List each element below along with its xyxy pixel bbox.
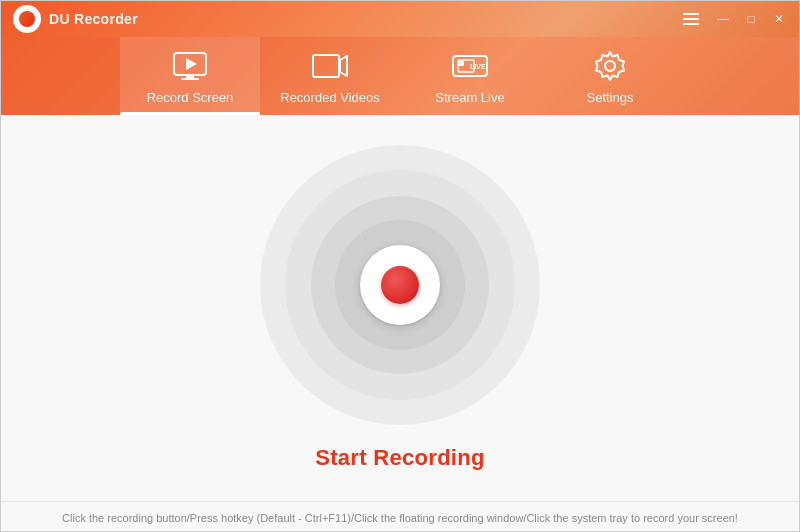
hamburger-menu-button[interactable] xyxy=(679,7,703,31)
svg-marker-1 xyxy=(186,58,197,70)
nav-bar: Record Screen Recorded Videos LIVE Strea… xyxy=(1,37,799,115)
start-recording-label[interactable]: Start Recording xyxy=(315,445,485,471)
app-title: DU Recorder xyxy=(49,11,138,27)
main-content: Start Recording xyxy=(1,115,799,501)
nav-item-settings[interactable]: Settings xyxy=(540,37,680,115)
window-controls: — □ ✕ xyxy=(679,7,791,31)
svg-point-10 xyxy=(605,61,615,71)
record-button[interactable] xyxy=(360,245,440,325)
logo-area: DU Recorder xyxy=(13,5,138,33)
svg-rect-4 xyxy=(313,55,339,77)
svg-rect-8 xyxy=(457,61,464,66)
logo-icon xyxy=(19,11,35,27)
logo-circle xyxy=(13,5,41,33)
title-bar: DU Recorder — □ ✕ xyxy=(1,1,799,37)
svg-marker-5 xyxy=(340,56,347,76)
record-screen-icon xyxy=(172,48,208,84)
maximize-button[interactable]: □ xyxy=(739,7,763,31)
nav-label-record-screen: Record Screen xyxy=(147,90,234,105)
footer: Click the recording button/Press hotkey … xyxy=(1,501,799,532)
minimize-button[interactable]: — xyxy=(711,7,735,31)
nav-item-stream-live[interactable]: LIVE Stream Live xyxy=(400,37,540,115)
nav-item-recorded-videos[interactable]: Recorded Videos xyxy=(260,37,400,115)
hamburger-line xyxy=(683,13,699,15)
nav-label-stream-live: Stream Live xyxy=(435,90,504,105)
hamburger-line xyxy=(683,18,699,20)
recorded-videos-icon xyxy=(312,48,348,84)
svg-rect-3 xyxy=(181,78,199,80)
record-dot xyxy=(381,266,419,304)
svg-text:LIVE: LIVE xyxy=(470,63,486,70)
footer-hint-text: Click the recording button/Press hotkey … xyxy=(62,512,738,524)
circles-container xyxy=(260,145,540,425)
stream-live-icon: LIVE xyxy=(452,48,488,84)
close-button[interactable]: ✕ xyxy=(767,7,791,31)
settings-icon xyxy=(592,48,628,84)
hamburger-line xyxy=(683,23,699,25)
nav-item-record-screen[interactable]: Record Screen xyxy=(120,37,260,115)
nav-label-recorded-videos: Recorded Videos xyxy=(280,90,380,105)
nav-label-settings: Settings xyxy=(587,90,634,105)
